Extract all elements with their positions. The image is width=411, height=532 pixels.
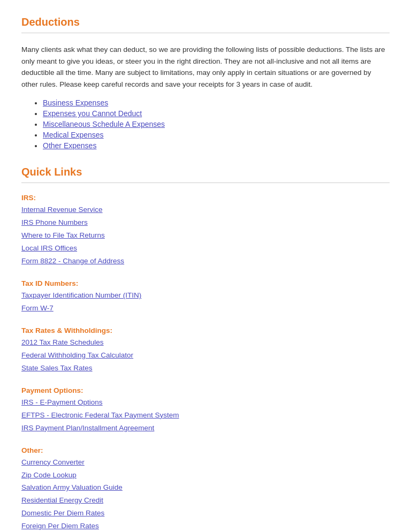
- quick-links-subsection: Other:Currency ConverterZip Code LookupS…: [21, 446, 390, 532]
- subsection-title: Other:: [21, 446, 390, 454]
- deductions-link[interactable]: Other Expenses: [43, 141, 96, 150]
- subsection-link[interactable]: Form 8822 - Change of Address: [21, 255, 390, 268]
- subsection-link[interactable]: Taxpayer Identification Number (ITIN): [21, 290, 390, 302]
- subsection-link[interactable]: IRS - E-Payment Options: [21, 397, 390, 409]
- subsection-links: 2012 Tax Rate SchedulesFederal Withholdi…: [21, 337, 390, 375]
- subsection-link[interactable]: Salvation Army Valuation Guide: [21, 482, 390, 494]
- deductions-list-item: Medical Expenses: [43, 131, 390, 139]
- deductions-link[interactable]: Medical Expenses: [43, 131, 104, 139]
- subsection-links: Internal Revenue ServiceIRS Phone Number…: [21, 204, 390, 268]
- deductions-divider: [21, 33, 390, 33]
- deductions-title: Deductions: [21, 16, 390, 28]
- deductions-list-item: Other Expenses: [43, 141, 390, 150]
- quick-links-subsection: Tax Rates & Withholdings:2012 Tax Rate S…: [21, 326, 390, 375]
- subsection-link[interactable]: Where to File Tax Returns: [21, 230, 390, 242]
- deductions-list: Business ExpensesExpenses you Cannot Ded…: [43, 98, 390, 150]
- subsection-link[interactable]: Foreign Per Diem Rates: [21, 520, 390, 532]
- subsection-link[interactable]: Internal Revenue Service: [21, 204, 390, 216]
- quick-links-divider: [21, 183, 390, 183]
- subsection-link[interactable]: Zip Code Lookup: [21, 469, 390, 482]
- subsections-container: IRS:Internal Revenue ServiceIRS Phone Nu…: [21, 194, 390, 532]
- deductions-link[interactable]: Business Expenses: [43, 98, 108, 107]
- subsection-link[interactable]: 2012 Tax Rate Schedules: [21, 337, 390, 349]
- deductions-list-item: Expenses you Cannot Deduct: [43, 109, 390, 118]
- subsection-link[interactable]: State Sales Tax Rates: [21, 362, 390, 375]
- subsection-links: Taxpayer Identification Number (ITIN)For…: [21, 290, 390, 315]
- subsection-link[interactable]: Local IRS Offices: [21, 242, 390, 255]
- subsection-title: Tax Rates & Withholdings:: [21, 326, 390, 335]
- subsection-link[interactable]: Federal Withholding Tax Calculator: [21, 349, 390, 362]
- deductions-link[interactable]: Miscellaneous Schedule A Expenses: [43, 120, 165, 128]
- quick-links-subsection: Payment Options:IRS - E-Payment OptionsE…: [21, 386, 390, 435]
- deductions-section: Deductions Many clients ask what they ca…: [21, 16, 390, 150]
- subsection-link[interactable]: IRS Payment Plan/Installment Agreement: [21, 422, 390, 435]
- quick-links-subsection: IRS:Internal Revenue ServiceIRS Phone Nu…: [21, 194, 390, 268]
- subsection-link[interactable]: IRS Phone Numbers: [21, 217, 390, 229]
- subsection-links: Currency ConverterZip Code LookupSalvati…: [21, 457, 390, 532]
- subsection-title: Payment Options:: [21, 386, 390, 394]
- subsection-links: IRS - E-Payment OptionsEFTPS - Electroni…: [21, 397, 390, 435]
- quick-links-section: Quick Links IRS:Internal Revenue Service…: [21, 166, 390, 532]
- subsection-link[interactable]: Currency Converter: [21, 457, 390, 469]
- quick-links-subsection: Tax ID Numbers:Taxpayer Identification N…: [21, 279, 390, 315]
- subsection-title: IRS:: [21, 194, 390, 202]
- quick-links-title: Quick Links: [21, 166, 390, 178]
- subsection-link[interactable]: Form W-7: [21, 302, 390, 315]
- subsection-title: Tax ID Numbers:: [21, 279, 390, 287]
- deductions-list-item: Business Expenses: [43, 98, 390, 107]
- subsection-link[interactable]: Domestic Per Diem Rates: [21, 507, 390, 520]
- subsection-link[interactable]: EFTPS - Electronic Federal Tax Payment S…: [21, 409, 390, 422]
- subsection-link[interactable]: Residential Energy Credit: [21, 495, 390, 507]
- deductions-body: Many clients ask what they can deduct, s…: [21, 44, 390, 90]
- deductions-list-item: Miscellaneous Schedule A Expenses: [43, 120, 390, 128]
- deductions-link[interactable]: Expenses you Cannot Deduct: [43, 109, 142, 118]
